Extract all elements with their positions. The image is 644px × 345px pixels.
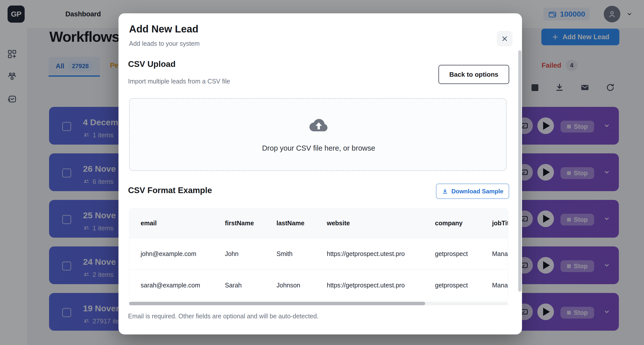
close-modal-button[interactable] bbox=[497, 31, 512, 47]
table-horizontal-scrollbar[interactable] bbox=[129, 302, 508, 305]
download-sample-label: Download Sample bbox=[451, 188, 503, 195]
csv-upload-title: CSV Upload bbox=[128, 59, 176, 69]
modal-footer-note: Email is required. Other fields are opti… bbox=[128, 313, 318, 320]
csv-dropzone[interactable]: Drop your CSV file here, or browse bbox=[129, 98, 507, 171]
table-cell: getprospect bbox=[435, 270, 468, 300]
table-cell: Johnson bbox=[276, 270, 300, 300]
scrollbar-thumb[interactable] bbox=[129, 302, 425, 305]
csv-format-title: CSV Format Example bbox=[128, 186, 212, 195]
back-to-options-button[interactable]: Back to options bbox=[438, 65, 509, 84]
close-icon bbox=[501, 35, 508, 42]
app-screen: GP bbox=[0, 0, 644, 345]
table-cell: https://getprospect.utest.pro bbox=[327, 238, 405, 270]
column-header: firstName bbox=[225, 208, 254, 238]
table-cell: Manager bbox=[492, 270, 508, 300]
table-cell: Smith bbox=[276, 238, 293, 270]
table-cell: https://getprospect.utest.pro bbox=[327, 270, 405, 300]
csv-example-table: email firstName lastName website company… bbox=[129, 208, 508, 300]
table-cell: getprospect bbox=[435, 238, 468, 270]
modal-title: Add New Lead bbox=[129, 23, 198, 35]
download-icon bbox=[442, 188, 448, 195]
table-cell: sarah@example.com bbox=[141, 270, 200, 300]
cloud-upload-icon bbox=[305, 114, 333, 136]
add-new-lead-modal: Add New Lead Add leads to your system CS… bbox=[118, 13, 522, 334]
csv-upload-subtitle: Import multiple leads from a CSV file bbox=[128, 78, 230, 85]
column-header: jobTitle bbox=[492, 208, 508, 238]
column-header: website bbox=[327, 208, 350, 238]
table-cell: john@example.com bbox=[141, 238, 196, 270]
table-header-row: email firstName lastName website company… bbox=[129, 208, 508, 238]
table-row: john@example.com John Smith https://getp… bbox=[129, 238, 508, 270]
column-header: email bbox=[141, 208, 157, 238]
dropzone-text: Drop your CSV file here, or browse bbox=[130, 144, 507, 152]
column-header: company bbox=[435, 208, 463, 238]
table-row: sarah@example.com Sarah Johnson https://… bbox=[129, 269, 508, 300]
column-header: lastName bbox=[276, 208, 304, 238]
modal-vertical-scrollbar[interactable] bbox=[518, 50, 521, 292]
table-cell: Manager bbox=[492, 238, 508, 270]
modal-subtitle: Add leads to your system bbox=[129, 40, 200, 47]
table-cell: Sarah bbox=[225, 270, 242, 300]
table-cell: John bbox=[225, 238, 238, 270]
download-sample-button[interactable]: Download Sample bbox=[436, 184, 509, 199]
